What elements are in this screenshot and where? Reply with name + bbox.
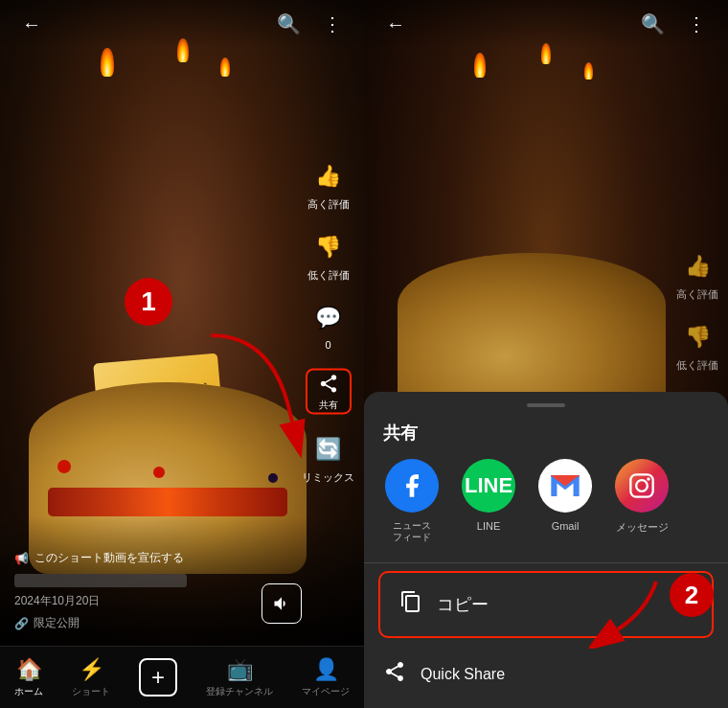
promote-row: 📢 このショート動画を宣伝する xyxy=(14,550,297,566)
sheet-divider-1 xyxy=(364,562,728,563)
berry-1 xyxy=(57,460,71,473)
visibility-row: 🔗 限定公開 xyxy=(14,615,297,631)
facebook-label: ニュースフィード xyxy=(393,520,431,543)
right-candle-flame-3 xyxy=(584,62,593,80)
right-thumbs-up-label: 高く評価 xyxy=(676,287,718,302)
bottom-info: 📢 このショート動画を宣伝する 2024年10月20日 🔗 限定公開 xyxy=(14,550,297,631)
date-row: 2024年10月20日 xyxy=(14,593,297,609)
channel-name-blurred xyxy=(14,574,187,587)
home-label: ホーム xyxy=(14,685,43,698)
thumbs-down-label: 低く評価 xyxy=(307,268,350,283)
comment-count: 0 xyxy=(325,339,330,351)
right-candle-flame-1 xyxy=(474,53,486,78)
gmail-icon xyxy=(538,459,592,513)
home-icon: 🏠 xyxy=(16,657,42,682)
quick-share-icon xyxy=(383,660,406,689)
nav-shorts[interactable]: ⚡ ショート xyxy=(72,657,110,698)
left-panel: おたんじょうびおめでとう ← 🔍 ⋮ 👍 高く評価 👎 低く評価 💬 0 xyxy=(0,0,364,708)
right-top-bar: ← 🔍 ⋮ xyxy=(364,0,728,48)
instagram-label: メッセージ xyxy=(616,520,669,535)
quick-share-label: Quick Share xyxy=(421,666,505,683)
candle-flame-3 xyxy=(220,57,230,77)
right-search-button[interactable]: 🔍 xyxy=(635,7,670,41)
svg-point-2 xyxy=(636,480,648,491)
visibility-label: 限定公開 xyxy=(34,615,80,631)
shorts-label: ショート xyxy=(72,685,110,698)
thumbs-up-button[interactable]: 👍 高く評価 xyxy=(307,158,350,212)
right-more-button[interactable]: ⋮ xyxy=(679,7,714,41)
back-button[interactable]: ← xyxy=(14,7,49,41)
svg-point-3 xyxy=(647,477,650,481)
promote-text-label: このショート動画を宣伝する xyxy=(34,550,184,566)
share-sheet-title: 共有 xyxy=(364,422,728,459)
share-line[interactable]: LINE LINE xyxy=(460,459,517,543)
right-thumbs-down[interactable]: 👎 低く評価 xyxy=(676,319,718,373)
megaphone-icon: 📢 xyxy=(14,552,29,565)
thumbs-up-label: 高く評価 xyxy=(307,197,350,212)
arrow-1 xyxy=(153,316,316,469)
add-icon: + xyxy=(151,664,165,691)
copy-icon xyxy=(399,590,422,619)
candle-flame-1 xyxy=(101,48,114,77)
cake-decoration xyxy=(48,488,287,516)
share-facebook[interactable]: ニュースフィード xyxy=(383,459,441,543)
shorts-icon: ⚡ xyxy=(79,657,104,682)
copy-label: コピー xyxy=(437,593,489,616)
bottom-nav: 🏠 ホーム ⚡ ショート + 📺 登録チャンネル 👤 マイページ xyxy=(0,646,364,708)
facebook-icon xyxy=(385,459,439,513)
link-icon: 🔗 xyxy=(14,617,29,630)
quick-share-button[interactable]: Quick Share xyxy=(364,646,728,708)
sheet-handle xyxy=(527,403,565,407)
nav-home[interactable]: 🏠 ホーム xyxy=(14,657,43,698)
date-label: 2024年10月20日 xyxy=(14,593,100,609)
share-sheet: 共有 ニュースフィード LINE LINE xyxy=(364,392,728,708)
share-apps-row: ニュースフィード LINE LINE Gmail xyxy=(364,459,728,562)
right-panel: おたんじょうびおめでとう ← 🔍 ⋮ 👍 高く評価 👎 低く評価 💬 共有 xyxy=(364,0,728,708)
line-label: LINE xyxy=(477,520,500,532)
instagram-icon xyxy=(615,459,669,513)
share-gmail[interactable]: Gmail xyxy=(536,459,594,543)
thumbs-up-icon: 👍 xyxy=(310,158,347,194)
soundwave-button[interactable] xyxy=(262,583,302,624)
right-thumbs-up-icon: 👍 xyxy=(679,248,716,285)
share-label: 共有 xyxy=(319,399,338,412)
nav-add-button[interactable]: + xyxy=(139,658,177,697)
arrow-2 xyxy=(589,572,675,649)
nav-profile[interactable]: 👤 マイページ xyxy=(302,657,350,698)
right-thumbs-up[interactable]: 👍 高く評価 xyxy=(676,248,718,302)
gmail-label: Gmail xyxy=(552,520,580,532)
left-top-bar: ← 🔍 ⋮ xyxy=(0,0,364,48)
more-button[interactable]: ⋮ xyxy=(315,7,350,41)
annotation-2: 2 xyxy=(670,573,714,617)
search-button[interactable]: 🔍 xyxy=(271,7,306,41)
share-instagram[interactable]: メッセージ xyxy=(613,459,671,543)
subscriptions-label: 登録チャンネル xyxy=(206,685,273,698)
thumbs-down-icon: 👎 xyxy=(310,229,347,265)
profile-icon: 👤 xyxy=(313,657,339,682)
nav-subscriptions[interactable]: 📺 登録チャンネル xyxy=(206,657,273,698)
line-icon: LINE xyxy=(462,459,515,513)
share-icon xyxy=(314,370,343,397)
thumbs-down-button[interactable]: 👎 低く評価 xyxy=(307,229,350,283)
remix-label: リミックス xyxy=(302,470,354,485)
right-back-button[interactable]: ← xyxy=(378,7,413,41)
subscriptions-icon: 📺 xyxy=(227,657,253,682)
right-thumbs-down-label: 低く評価 xyxy=(676,358,718,373)
profile-label: マイページ xyxy=(302,685,350,698)
right-thumbs-down-icon: 👎 xyxy=(679,319,716,355)
berry-3 xyxy=(268,473,278,483)
